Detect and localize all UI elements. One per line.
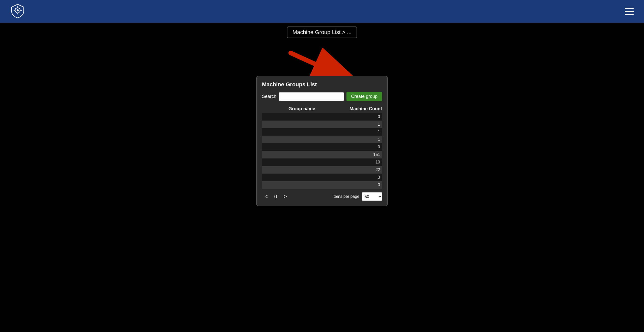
breadcrumb[interactable]: Machine Group List > ... — [287, 26, 357, 38]
items-per-page-select[interactable]: 50 25 100 — [362, 192, 382, 201]
row-machine-count: 151 — [342, 152, 382, 157]
table-row[interactable]: 10 — [262, 158, 382, 166]
table-row[interactable]: 1 — [262, 128, 382, 136]
table-row[interactable]: 0 — [262, 181, 382, 189]
table-row[interactable]: 1 — [262, 136, 382, 143]
svg-point-1 — [17, 9, 19, 11]
breadcrumb-container: Machine Group List > ... — [287, 26, 357, 38]
row-machine-count: 0 — [342, 115, 382, 119]
search-input[interactable] — [279, 92, 344, 101]
table-row[interactable]: 22 — [262, 166, 382, 174]
row-machine-count: 3 — [342, 175, 382, 180]
row-machine-count: 22 — [342, 168, 382, 172]
items-per-page-label: Items per page — [332, 194, 359, 199]
app-header — [0, 0, 644, 23]
groups-table: Group name Machine Count 01110151102230 — [262, 105, 382, 189]
row-machine-count: 1 — [342, 122, 382, 127]
items-per-page-container: Items per page 50 25 100 — [332, 192, 382, 201]
panel-title: Machine Groups List — [262, 81, 382, 88]
next-page-button[interactable]: > — [281, 192, 289, 201]
table-row[interactable]: 1 — [262, 121, 382, 128]
panel-container: Machine Groups List Search Create group … — [256, 76, 388, 206]
row-machine-count: 1 — [342, 130, 382, 134]
table-header: Group name Machine Count — [262, 105, 382, 113]
table-row[interactable]: 151 — [262, 151, 382, 158]
svg-point-6 — [15, 8, 16, 9]
row-machine-count: 10 — [342, 160, 382, 164]
search-row: Search Create group — [262, 92, 382, 101]
machine-groups-panel: Machine Groups List Search Create group … — [256, 76, 388, 206]
table-body: 01110151102230 — [262, 113, 382, 189]
row-machine-count: 1 — [342, 137, 382, 142]
column-machine-count: Machine Count — [342, 106, 382, 112]
svg-point-7 — [19, 8, 20, 9]
create-group-button[interactable]: Create group — [346, 92, 382, 101]
pagination-controls: < 0 > — [262, 192, 289, 201]
row-machine-count: 0 — [342, 145, 382, 149]
current-page: 0 — [274, 194, 277, 200]
pagination-row: < 0 > Items per page 50 25 100 — [262, 192, 382, 201]
table-row[interactable]: 0 — [262, 113, 382, 121]
logo — [10, 3, 25, 19]
table-row[interactable]: 0 — [262, 143, 382, 151]
prev-page-button[interactable]: < — [262, 192, 270, 201]
row-machine-count: 0 — [342, 183, 382, 187]
column-group-name: Group name — [262, 106, 342, 112]
search-label: Search — [262, 94, 276, 99]
menu-button[interactable] — [625, 8, 634, 15]
table-row[interactable]: 3 — [262, 174, 382, 181]
